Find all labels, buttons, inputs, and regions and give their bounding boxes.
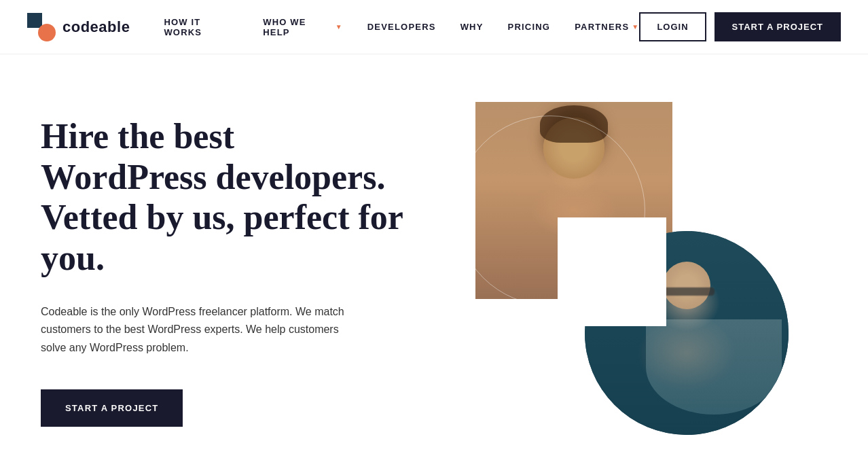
hero-section: Hire the best WordPress developers. Vett… (0, 54, 868, 475)
nav-partners[interactable]: PARTNERS ▼ (575, 22, 639, 32)
chevron-down-icon: ▼ (632, 23, 639, 31)
nav-how-it-works[interactable]: HOW IT WORKS (164, 17, 238, 37)
outline-rectangle-decoration (503, 299, 557, 347)
hero-start-project-button[interactable]: START A PROJECT (41, 389, 183, 427)
hero-title: Hire the best WordPress developers. Vett… (41, 116, 408, 279)
nav-actions: LOGIN START A PROJECT (639, 12, 841, 41)
white-rectangle-overlay (558, 217, 666, 326)
nav-who-we-help[interactable]: WHO WE HELP ▼ (263, 17, 343, 37)
login-button[interactable]: LOGIN (639, 12, 706, 41)
logo-link[interactable]: codeable (27, 13, 130, 41)
navbar: codeable HOW IT WORKS WHO WE HELP ▼ DEVE… (0, 0, 868, 54)
hero-content: Hire the best WordPress developers. Vett… (41, 116, 435, 427)
nav-why[interactable]: WHY (460, 22, 484, 32)
nav-links: HOW IT WORKS WHO WE HELP ▼ DEVELOPERS WH… (164, 17, 639, 37)
nav-pricing[interactable]: PRICING (508, 22, 551, 32)
nav-developers[interactable]: DEVELOPERS (367, 22, 436, 32)
brand-name: codeable (62, 18, 130, 36)
logo-icon (27, 13, 56, 41)
hero-image-composition (435, 102, 789, 442)
chevron-down-icon: ▼ (336, 23, 343, 31)
nav-start-project-button[interactable]: START A PROJECT (715, 12, 841, 41)
hero-subtitle: Codeable is the only WordPress freelance… (41, 303, 367, 357)
